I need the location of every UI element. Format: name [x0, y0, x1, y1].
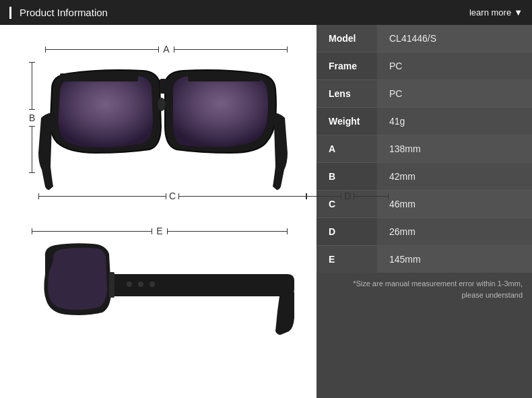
- spec-row: FramePC: [317, 53, 532, 80]
- dimension-d-line: D: [306, 191, 389, 201]
- svg-rect-0: [160, 79, 166, 94]
- dimension-a-line: A: [45, 44, 288, 55]
- spec-value: 145mm: [377, 246, 532, 273]
- page-title: Product Information: [9, 7, 108, 19]
- svg-rect-1: [60, 73, 138, 81]
- spec-value: 138mm: [377, 135, 532, 163]
- spec-row: LensPC: [317, 80, 532, 108]
- dimension-e-line: E: [32, 226, 288, 236]
- spec-value: 41g: [377, 108, 532, 135]
- learn-more-button[interactable]: learn more ▼: [469, 7, 523, 18]
- svg-point-4: [127, 281, 132, 287]
- spec-value: 26mm: [377, 218, 532, 246]
- svg-point-6: [149, 281, 155, 287]
- svg-point-5: [138, 281, 143, 287]
- main-content: A B: [0, 25, 532, 398]
- spec-value: PC: [377, 53, 532, 80]
- glasses-side-container: E: [25, 220, 294, 355]
- spec-value: CL41446/S: [377, 25, 532, 53]
- spec-row: ModelCL41446/S: [317, 25, 532, 53]
- glasses-side-image: [32, 237, 294, 352]
- dimension-b-line: B: [29, 62, 35, 173]
- spec-label: A: [317, 135, 377, 163]
- svg-rect-2: [188, 73, 261, 81]
- spec-label: E: [317, 246, 377, 273]
- svg-rect-7: [109, 272, 114, 298]
- page-header: Product Information learn more ▼: [0, 0, 532, 25]
- spec-note: *Size are manual measurement error withi…: [317, 273, 532, 306]
- spec-row: A138mm: [317, 135, 532, 163]
- spec-value: PC: [377, 80, 532, 108]
- right-panel: ModelCL41446/SFramePCLensPCWeight41gA138…: [317, 25, 532, 398]
- spec-table: ModelCL41446/SFramePCLensPCWeight41gA138…: [317, 25, 532, 273]
- dimension-e-label: E: [156, 226, 162, 236]
- dimension-cd-line: C D: [38, 191, 288, 201]
- dimension-b-label: B: [29, 112, 35, 123]
- spec-label: Model: [317, 25, 377, 53]
- spec-label: D: [317, 218, 377, 246]
- spec-row: D26mm: [317, 218, 532, 246]
- dimension-c-label: C: [169, 191, 176, 201]
- spec-value: 42mm: [377, 163, 532, 191]
- dimension-c-line: C: [38, 191, 306, 201]
- spec-label: B: [317, 163, 377, 191]
- svg-point-3: [158, 98, 166, 111]
- left-panel: A B: [0, 25, 317, 398]
- spec-label: Lens: [317, 80, 377, 108]
- glasses-front-container: A B: [25, 38, 294, 213]
- spec-label: Weight: [317, 108, 377, 135]
- dimension-d-label: D: [344, 191, 351, 201]
- spec-value: 46mm: [377, 191, 532, 218]
- glasses-front-image: [38, 59, 294, 196]
- dimension-a-label: A: [163, 44, 169, 55]
- spec-row: B42mm: [317, 163, 532, 191]
- spec-row: E145mm: [317, 246, 532, 273]
- spec-row: Weight41g: [317, 108, 532, 135]
- spec-label: Frame: [317, 53, 377, 80]
